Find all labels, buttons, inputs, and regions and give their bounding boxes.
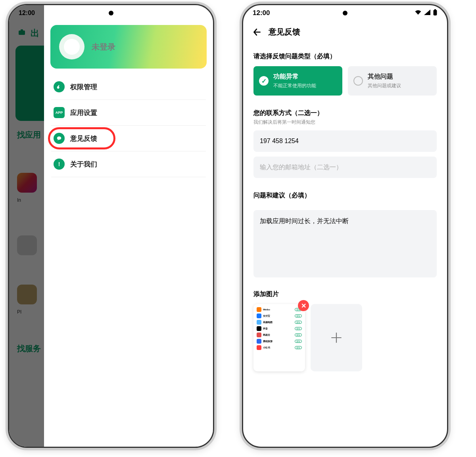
add-attachment-button[interactable] (311, 304, 362, 371)
svg-rect-5 (434, 10, 437, 15)
login-status: 未登录 (92, 42, 115, 52)
thumb-app-row: 高德地图安装 (256, 319, 303, 325)
status-icons (415, 9, 438, 17)
drawer-menu: 权限管理 APP 应用设置 意见反馈 ! 关于我们 (44, 74, 213, 177)
menu-label: 应用设置 (70, 108, 97, 117)
attachments: Weibo安装支付宝安装高德地图安装抖音安装网易云安装携程旅游安装小红书安装 ✕ (253, 304, 437, 371)
type-option-functional[interactable]: ✓ 功能异常 不能正常使用的功能 (253, 66, 342, 96)
radio-icon (353, 76, 363, 86)
wifi-icon (415, 9, 422, 17)
status-time: 12:00 (253, 9, 270, 17)
type-subtitle: 其他问题或建议 (368, 82, 401, 89)
phone-left: 12:00 出 找应用 In PI 找服务 未登录 (8, 4, 214, 448)
callout-highlight (48, 127, 115, 149)
type-title: 其他问题 (368, 73, 401, 81)
thumb-app-row: 网易云安装 (256, 332, 303, 338)
thumb-app-row: 小红书安装 (256, 344, 303, 351)
thumb-app-row: 支付宝安装 (256, 313, 303, 319)
thumb-app-row: Weibo安装 (256, 306, 303, 313)
type-option-other[interactable]: 其他问题 其他问题或建议 (348, 66, 437, 96)
key-icon (54, 81, 65, 92)
battery-icon (433, 9, 438, 17)
issue-section-header: 问题和建议（必填） (253, 191, 437, 200)
check-icon: ✓ (259, 76, 269, 86)
plus-icon (329, 330, 344, 345)
menu-item-app-settings[interactable]: APP 应用设置 (51, 100, 206, 126)
attach-section-header: 添加图片 (253, 290, 437, 298)
screenshot-preview: Weibo安装支付宝安装高德地图安装抖音安装网易云安装携程旅游安装小红书安装 (253, 304, 305, 371)
thumb-app-row: 携程旅游安装 (256, 338, 303, 344)
menu-item-permissions[interactable]: 权限管理 (51, 74, 206, 100)
thumb-app-row: 抖音安装 (256, 325, 303, 332)
camera-notch (343, 11, 347, 15)
navigation-drawer: 未登录 权限管理 APP 应用设置 意见反馈 ! 关 (44, 5, 213, 447)
contact-section-header: 您的联系方式（二选一） (253, 109, 437, 117)
type-subtitle: 不能正常使用的功能 (273, 82, 316, 89)
email-input[interactable] (253, 157, 437, 178)
info-icon: ! (54, 159, 65, 170)
menu-label: 权限管理 (70, 82, 97, 92)
menu-item-feedback[interactable]: 意见反馈 (51, 126, 206, 151)
delete-attachment-button[interactable]: ✕ (298, 300, 309, 311)
svg-rect-6 (434, 9, 436, 10)
page-title: 意见反馈 (269, 27, 300, 37)
issue-textarea[interactable] (253, 210, 437, 277)
phone-right: 12:00 意见反馈 请选择反馈问题类型（必填） ✓ 功能异常 不能正常使用的功… (242, 4, 448, 448)
camera-notch (109, 11, 113, 15)
contact-section-sub: 我们解决后将第一时间通知您 (253, 119, 437, 126)
avatar-icon (59, 34, 84, 59)
menu-item-about[interactable]: ! 关于我们 (51, 151, 206, 177)
page-header: 意见反馈 (243, 21, 447, 43)
attachment-thumbnail[interactable]: Weibo安装支付宝安装高德地图安装抖音安装网易云安装携程旅游安装小红书安装 ✕ (253, 304, 305, 371)
signal-icon (424, 9, 430, 17)
profile-card[interactable]: 未登录 (50, 25, 207, 69)
type-options: ✓ 功能异常 不能正常使用的功能 其他问题 其他问题或建议 (253, 66, 437, 96)
back-button[interactable] (252, 27, 262, 37)
type-title: 功能异常 (273, 73, 316, 81)
app-icon: APP (54, 107, 65, 118)
phone-input[interactable] (253, 130, 437, 152)
feedback-form: 请选择反馈问题类型（必填） ✓ 功能异常 不能正常使用的功能 其他问题 其他问题… (243, 43, 447, 379)
menu-label: 关于我们 (70, 160, 97, 169)
close-icon: ✕ (301, 302, 306, 310)
type-section-header: 请选择反馈问题类型（必填） (253, 52, 437, 61)
